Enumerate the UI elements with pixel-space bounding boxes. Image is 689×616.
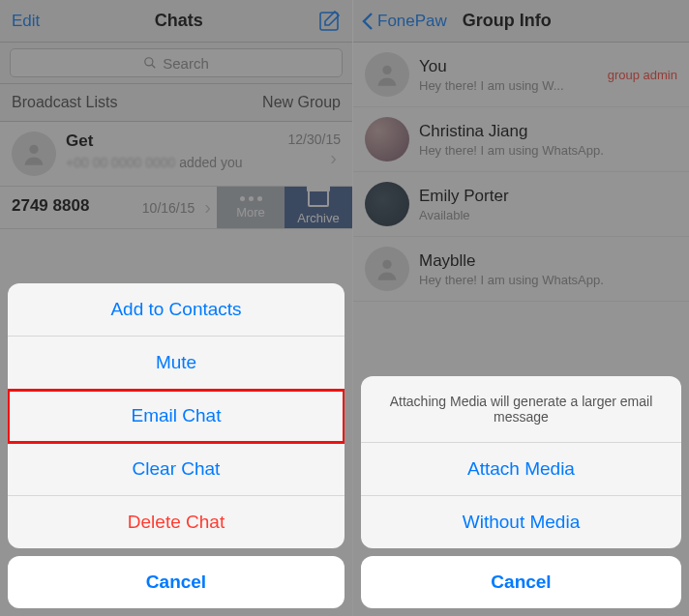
back-button[interactable]: FonePaw xyxy=(361,12,447,31)
member-row[interactable]: Mayblle Hey there! I am using WhatsApp. xyxy=(353,237,689,302)
svg-point-3 xyxy=(29,145,38,154)
avatar-icon xyxy=(365,247,409,291)
sheet-cancel[interactable]: Cancel xyxy=(361,556,681,608)
search-placeholder: Search xyxy=(163,55,209,72)
admin-badge: group admin xyxy=(608,68,677,82)
chat-name: Get xyxy=(66,132,288,151)
ellipsis-icon xyxy=(240,196,262,201)
sheet-cancel[interactable]: Cancel xyxy=(8,556,344,608)
sheet-clear-chat[interactable]: Clear Chat xyxy=(8,443,344,496)
action-sheet: Attaching Media will generate a larger e… xyxy=(361,376,681,608)
page-title: Chats xyxy=(155,11,203,31)
member-status: Hey there! I am using WhatsApp. xyxy=(419,143,642,158)
broadcast-lists-link[interactable]: Broadcast Lists xyxy=(12,94,117,111)
chat-row[interactable]: Get +00 00 0000 0000 added you 12/30/15 … xyxy=(0,122,352,187)
member-status: Hey there! I am using W... xyxy=(419,78,608,93)
svg-point-5 xyxy=(382,260,391,269)
avatar-icon xyxy=(12,132,56,176)
page-title: Group Info xyxy=(463,11,552,31)
chat-date: 10/16/15 xyxy=(142,200,195,216)
member-status: Hey there! I am using WhatsApp. xyxy=(419,273,642,287)
compose-icon[interactable] xyxy=(317,10,341,33)
sheet-message: Attaching Media will generate a larger e… xyxy=(361,376,681,443)
svg-point-4 xyxy=(382,66,391,74)
member-row[interactable]: Emily Porter Available xyxy=(353,172,689,237)
chevron-right-icon: › xyxy=(198,196,217,219)
sheet-attach-media[interactable]: Attach Media xyxy=(361,443,681,496)
member-row[interactable]: Christina Jiang Hey there! I am using Wh… xyxy=(353,107,689,172)
archive-button[interactable]: Archive xyxy=(285,187,352,228)
svg-point-1 xyxy=(145,58,153,66)
svg-rect-0 xyxy=(320,13,338,30)
avatar-icon xyxy=(365,52,409,97)
sheet-delete-chat[interactable]: Delete Chat xyxy=(8,496,344,548)
chat-subtitle: +00 00 0000 0000 added you xyxy=(66,155,288,170)
edit-button[interactable]: Edit xyxy=(12,12,40,31)
chat-name: 2749 8808 xyxy=(12,196,89,216)
member-name: You xyxy=(419,57,608,76)
member-name: Emily Porter xyxy=(419,187,677,206)
chat-row-swiped[interactable]: 2749 8808 10/16/15 › More Archive xyxy=(0,187,352,229)
avatar xyxy=(365,182,409,226)
search-input[interactable]: Search xyxy=(10,48,343,77)
member-name: Mayblle xyxy=(419,251,677,271)
avatar xyxy=(365,117,409,161)
chat-date: 12/30/15 xyxy=(288,132,342,147)
more-button[interactable]: More xyxy=(217,187,285,228)
member-name: Christina Jiang xyxy=(419,122,677,141)
sheet-without-media[interactable]: Without Media xyxy=(361,496,681,548)
new-group-link[interactable]: New Group xyxy=(262,94,341,111)
sheet-add-to-contacts[interactable]: Add to Contacts xyxy=(8,283,344,337)
chevron-right-icon: › xyxy=(288,147,342,169)
member-status: Available xyxy=(419,208,642,222)
sheet-email-chat[interactable]: Email Chat xyxy=(8,390,344,443)
chevron-left-icon xyxy=(361,12,374,31)
sheet-mute[interactable]: Mute xyxy=(8,337,344,390)
member-row[interactable]: You Hey there! I am using W... group adm… xyxy=(353,43,689,107)
search-icon xyxy=(143,56,157,70)
svg-line-2 xyxy=(152,65,156,69)
archive-icon xyxy=(308,190,329,207)
action-sheet: Add to Contacts Mute Email Chat Clear Ch… xyxy=(8,283,344,608)
